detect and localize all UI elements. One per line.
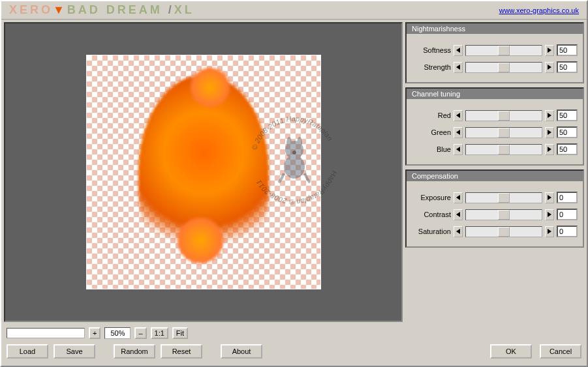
app-logo: XERO▼BAD DREAM /XL	[9, 3, 194, 17]
dog-icon	[270, 134, 319, 184]
about-button[interactable]: About	[221, 344, 262, 359]
zoom-progress[interactable]	[7, 328, 85, 338]
exposure-row: Exposure	[407, 189, 583, 206]
exposure-increase[interactable]	[545, 192, 554, 203]
zoom-controls: + 50% – 1:1 Fit	[7, 327, 581, 339]
contrast-value[interactable]	[557, 209, 578, 220]
svg-marker-21	[456, 229, 460, 234]
controls-panel: Nightmarishness Softness Strength Channe…	[405, 20, 587, 325]
contrast-label: Contrast	[412, 211, 451, 218]
svg-marker-18	[548, 195, 551, 200]
red-increase[interactable]	[545, 110, 554, 121]
svg-marker-20	[548, 212, 551, 217]
green-label: Green	[412, 128, 451, 136]
red-value[interactable]	[557, 110, 578, 121]
zoom-1to1-button[interactable]: 1:1	[151, 327, 168, 339]
nightmarishness-group: Nightmarishness Softness Strength	[405, 22, 584, 83]
strength-value[interactable]	[557, 61, 578, 73]
exposure-label: Exposure	[412, 194, 451, 201]
contrast-decrease[interactable]	[454, 209, 463, 220]
zoom-out-button[interactable]: –	[134, 327, 146, 339]
svg-point-6	[292, 151, 296, 154]
svg-marker-8	[548, 48, 551, 53]
exposure-value[interactable]	[557, 192, 578, 203]
blue-increase[interactable]	[545, 144, 554, 155]
strength-increase[interactable]	[545, 62, 554, 73]
svg-marker-9	[456, 65, 460, 70]
red-slider[interactable]	[465, 110, 542, 121]
softness-slider[interactable]	[465, 45, 542, 56]
slider-thumb[interactable]	[498, 193, 510, 203]
svg-marker-19	[456, 212, 460, 217]
strength-decrease[interactable]	[454, 62, 463, 73]
contrast-slider[interactable]	[465, 209, 542, 220]
exposure-slider[interactable]	[465, 192, 542, 203]
slider-thumb[interactable]	[498, 111, 510, 121]
save-button[interactable]: Save	[54, 344, 95, 359]
svg-marker-22	[548, 229, 551, 234]
contrast-row: Contrast	[407, 206, 583, 223]
green-slider[interactable]	[465, 127, 542, 138]
svg-marker-16	[548, 147, 551, 152]
svg-point-4	[286, 137, 292, 150]
svg-marker-10	[548, 65, 551, 70]
svg-marker-12	[548, 113, 551, 118]
blue-decrease[interactable]	[454, 144, 463, 155]
blue-slider[interactable]	[465, 144, 542, 155]
green-value[interactable]	[557, 126, 578, 138]
saturation-value[interactable]	[557, 226, 578, 237]
svg-point-2	[284, 155, 305, 179]
svg-marker-13	[456, 130, 460, 135]
saturation-slider[interactable]	[465, 226, 542, 237]
red-decrease[interactable]	[454, 110, 463, 121]
exposure-decrease[interactable]	[454, 192, 463, 203]
softness-increase[interactable]	[545, 45, 554, 56]
ok-button[interactable]: OK	[490, 344, 532, 359]
slider-thumb[interactable]	[498, 128, 510, 138]
saturation-decrease[interactable]	[454, 226, 463, 237]
slider-thumb[interactable]	[498, 210, 510, 220]
compensation-group: Compensation Exposure Contrast Saturatio…	[405, 169, 584, 248]
cancel-button[interactable]: Cancel	[540, 344, 581, 359]
green-increase[interactable]	[545, 127, 554, 138]
preview-panel: © 2008-2011 HappyRataplan HappyRataplan …	[4, 22, 403, 322]
svg-marker-17	[456, 195, 460, 200]
slider-thumb[interactable]	[498, 227, 510, 237]
slider-thumb[interactable]	[498, 46, 510, 55]
group-title: Compensation	[407, 171, 583, 181]
saturation-increase[interactable]	[545, 226, 554, 237]
load-button[interactable]: Load	[7, 344, 48, 359]
softness-row: Softness	[407, 42, 583, 59]
blue-value[interactable]	[557, 143, 578, 155]
green-decrease[interactable]	[454, 127, 463, 138]
contrast-increase[interactable]	[545, 209, 554, 220]
group-title: Nightmarishness	[407, 23, 583, 34]
slider-thumb[interactable]	[498, 63, 510, 72]
softness-label: Softness	[412, 46, 451, 54]
svg-point-3	[285, 141, 303, 159]
saturation-row: Saturation	[407, 223, 583, 240]
zoom-fit-button[interactable]: Fit	[172, 327, 188, 339]
blue-label: Blue	[412, 145, 451, 153]
saturation-label: Saturation	[412, 228, 451, 235]
strength-label: Strength	[412, 63, 451, 71]
vendor-url-link[interactable]: www.xero-graphics.co.uk	[499, 7, 579, 14]
flower-artwork	[138, 74, 269, 270]
channel-group: Channel tuning Red Green Blue	[405, 87, 584, 166]
softness-value[interactable]	[557, 44, 578, 56]
svg-point-5	[297, 137, 302, 150]
zoom-value: 50%	[104, 327, 131, 339]
preview-image[interactable]: © 2008-2011 HappyRataplan HappyRataplan …	[86, 55, 321, 289]
reset-button[interactable]: Reset	[161, 344, 202, 359]
softness-decrease[interactable]	[454, 45, 463, 56]
red-label: Red	[412, 111, 451, 119]
bottom-bar: + 50% – 1:1 Fit Load Save Random Reset A…	[1, 325, 587, 361]
zoom-in-button[interactable]: +	[89, 327, 101, 339]
title-bar: XERO▼BAD DREAM /XL www.xero-graphics.co.…	[1, 1, 587, 20]
slider-thumb[interactable]	[498, 145, 510, 154]
blue-row: Blue	[407, 141, 583, 158]
strength-slider[interactable]	[465, 62, 542, 73]
svg-marker-11	[456, 113, 460, 118]
svg-marker-7	[456, 48, 460, 53]
random-button[interactable]: Random	[114, 344, 155, 359]
